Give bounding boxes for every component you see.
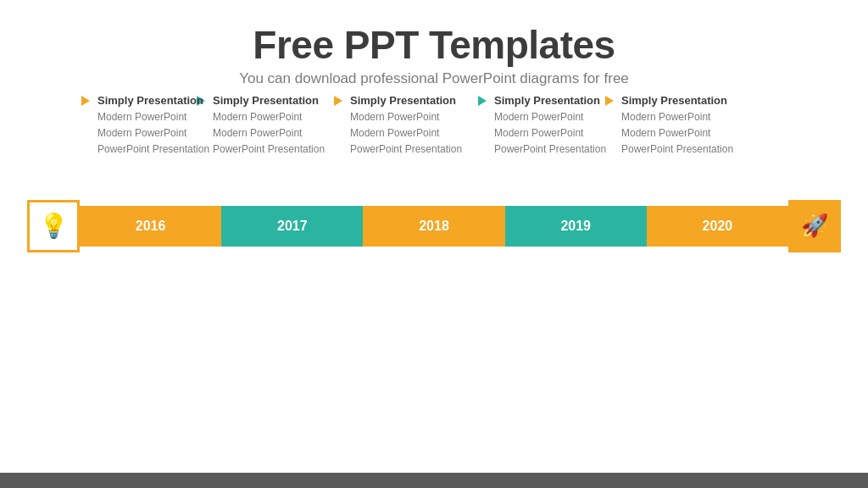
top-label-2019: Simply Presentation Modern PowerPoint Mo…: [476, 94, 606, 158]
segment-2020: 2020: [647, 206, 788, 247]
bottom-label-2018-title: Simply Presentation: [350, 94, 456, 107]
bar-segments: 2016 2017 2018 2019 2020: [80, 206, 788, 247]
rocket-icon-box: 🚀: [788, 200, 841, 252]
top-label-2017-line3: PowerPoint Presentation: [195, 141, 325, 158]
segment-2016: 2016: [80, 206, 221, 247]
bottom-label-2016-title: Simply Presentation: [97, 94, 203, 107]
bottom-label-2016: Simply Presentation Modern PowerPoint Mo…: [80, 94, 209, 158]
segment-2019: 2019: [505, 206, 647, 247]
bottom-label-2020: Simply Presentation Modern PowerPoint Mo…: [604, 94, 733, 158]
page-title: Free PPT Templates: [239, 24, 629, 67]
year-2019-label: 2019: [560, 219, 591, 234]
bulb-icon-box: 💡: [27, 200, 80, 252]
chevron-orange-icon-2018: [332, 94, 346, 108]
bottom-label-2020-title: Simply Presentation: [621, 94, 727, 107]
bottom-label-2016-line1: Modern PowerPoint: [80, 109, 209, 125]
bottom-label-2018: Simply Presentation Modern PowerPoint Mo…: [332, 94, 462, 158]
top-label-2017-line1: Modern PowerPoint: [195, 109, 325, 125]
bottom-label-2018-line2: Modern PowerPoint: [332, 125, 462, 141]
year-2018-label: 2018: [419, 219, 449, 234]
chevron-teal-icon-2019: [476, 94, 490, 108]
bottom-bar: [0, 473, 868, 488]
top-label-2017-title: Simply Presentation: [213, 94, 319, 107]
top-label-2017-line2: Modern PowerPoint: [195, 125, 325, 141]
top-label-2017: Simply Presentation Modern PowerPoint Mo…: [195, 94, 325, 158]
page: Free PPT Templates You can download prof…: [0, 0, 868, 488]
timeline-bar: 💡 2016 2017 2018 2019 2020: [27, 204, 841, 248]
bottom-label-2016-line2: Modern PowerPoint: [80, 125, 209, 141]
bottom-label-2016-line3: PowerPoint Presentation: [80, 141, 209, 158]
year-2020-label: 2020: [703, 219, 733, 234]
chevron-orange-icon-2016: [80, 94, 93, 108]
bottom-label-2018-line1: Modern PowerPoint: [332, 109, 462, 125]
segment-2018: 2018: [363, 206, 504, 247]
chevron-orange-icon-2020: [604, 94, 617, 108]
top-label-2019-title: Simply Presentation: [494, 94, 600, 107]
bulb-icon: 💡: [39, 212, 69, 240]
bottom-label-2020-line3: PowerPoint Presentation: [604, 141, 733, 158]
segment-2017: 2017: [221, 206, 363, 247]
top-label-2019-line2: Modern PowerPoint: [476, 125, 606, 141]
bottom-label-2020-line2: Modern PowerPoint: [604, 125, 733, 141]
svg-marker-1: [478, 96, 487, 106]
header: Free PPT Templates You can download prof…: [239, 0, 629, 94]
page-subtitle: You can download professional PowerPoint…: [239, 70, 629, 87]
top-label-2019-line1: Modern PowerPoint: [476, 109, 606, 125]
bottom-label-2018-line3: PowerPoint Presentation: [332, 141, 462, 158]
timeline-area: Simply Presentation Modern PowerPoint Mo…: [27, 94, 841, 488]
bottom-label-2020-line1: Modern PowerPoint: [604, 109, 733, 125]
top-label-2019-line3: PowerPoint Presentation: [476, 141, 606, 158]
svg-marker-2: [81, 96, 90, 106]
year-2017-label: 2017: [277, 219, 308, 234]
rocket-icon: 🚀: [801, 213, 828, 239]
svg-marker-3: [334, 96, 342, 106]
year-2016-label: 2016: [136, 219, 166, 234]
svg-marker-4: [605, 96, 614, 106]
